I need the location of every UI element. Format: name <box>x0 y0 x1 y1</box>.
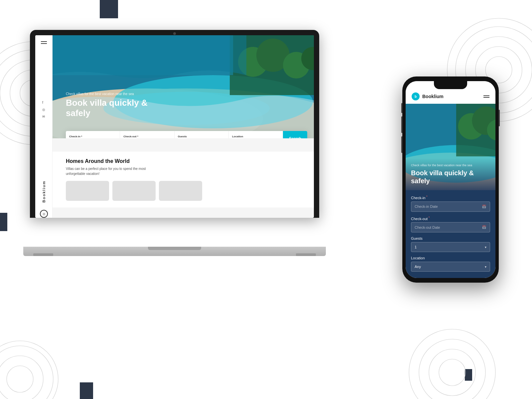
sidebar-hamburger-icon[interactable] <box>41 41 47 44</box>
facebook-icon[interactable]: f <box>42 101 45 104</box>
checkin-field: Check-in * Check-in Date 📅 <box>66 131 120 138</box>
location-field: Location Any ▾ <box>229 131 283 138</box>
deco-square-2 <box>0 213 7 231</box>
hero-text-area: Check villas for the best vacation near … <box>66 92 166 118</box>
phone-location-value: Any <box>415 265 421 269</box>
laptop-camera <box>173 32 176 35</box>
laptop-foot-right <box>296 253 316 256</box>
card-row <box>66 181 301 201</box>
phone-location-select[interactable]: Any ▾ <box>411 262 490 272</box>
phone-checkout-group: Check-out * Check-out Date 📅 <box>411 216 490 233</box>
calendar-icon-phone: 📅 <box>482 204 486 209</box>
laptop-screen-outer: f ◎ ✉ Booklium ⊙ <box>30 30 319 218</box>
sidebar-brand: Booklium <box>42 181 46 202</box>
phone-checkin-input[interactable]: Check-in Date 📅 <box>411 201 490 212</box>
phone-guests-label: Guests <box>411 236 490 240</box>
phone-guests-select[interactable]: 1 ▾ <box>411 242 490 252</box>
svg-point-13 <box>409 329 495 399</box>
phone-hamburger-icon[interactable] <box>483 95 489 98</box>
phone-vol-down-button <box>401 136 403 153</box>
laptop-hero-section: Check villas for the best vacation near … <box>53 35 314 138</box>
phone-checkout-input[interactable]: Check-out Date 📅 <box>411 222 490 232</box>
phone-guests-group: Guests 1 ▾ <box>411 236 490 252</box>
mini-card-1 <box>66 181 109 201</box>
deco-circles-left-bottom <box>0 339 60 399</box>
svg-point-12 <box>419 339 485 399</box>
phone-hero-subtitle: Check villas for the best vacation near … <box>411 164 490 167</box>
svg-point-14 <box>7 366 33 392</box>
laptop-device: f ◎ ✉ Booklium ⊙ <box>30 30 329 256</box>
phone-checkin-label: Check-in * <box>411 195 490 200</box>
phone-outer: b Booklium <box>402 76 499 283</box>
deco-circles-right-bottom <box>406 326 499 399</box>
mini-card-2 <box>112 181 156 201</box>
svg-point-17 <box>0 341 58 399</box>
phone-logo-icon: b <box>412 92 420 100</box>
phone-logo-text: Booklium <box>422 94 444 99</box>
phone-checkin-placeholder: Check-in Date <box>415 204 438 208</box>
chevron-down-icon-phone-2: ▾ <box>485 265 486 269</box>
phone-checkin-group: Check-in * Check-in Date 📅 <box>411 195 490 212</box>
laptop-screen-inner: f ◎ ✉ Booklium ⊙ <box>35 35 314 218</box>
laptop-hinge <box>148 247 201 250</box>
section-subtitle: Villas can be a perfect place for you to… <box>66 166 159 176</box>
deco-square-5 <box>465 369 472 381</box>
svg-point-11 <box>429 349 475 396</box>
checkout-field: Check-out * Check-out Date 📅 <box>120 131 174 138</box>
laptop-sidebar: f ◎ ✉ Booklium ⊙ <box>35 35 53 218</box>
phone-form-area: Check-in * Check-in Date 📅 Check-out * C… <box>406 190 495 278</box>
phone-power-button <box>498 110 500 126</box>
guests-field: Guests 1 ▾ <box>175 131 229 138</box>
calendar-icon-phone-2: 📅 <box>482 225 486 229</box>
guests-label: Guests <box>178 135 225 138</box>
svg-point-10 <box>439 359 466 386</box>
chevron-down-icon-phone: ▾ <box>485 245 486 249</box>
hero-bg-illustration <box>53 35 314 138</box>
svg-point-16 <box>0 346 53 399</box>
phone-vol-up-button <box>401 116 403 133</box>
phone-hero-title: Book villa quickly & safely <box>411 169 490 185</box>
sidebar-globe-icon[interactable]: ⊙ <box>40 210 48 218</box>
phone-checkout-placeholder: Check-out Date <box>415 225 440 229</box>
mini-card-3 <box>159 181 202 201</box>
location-label: Location <box>232 135 279 138</box>
section-title: Homes Around the World <box>66 158 301 164</box>
phone-device: b Booklium <box>402 76 499 283</box>
phone-checkout-label: Check-out * <box>411 216 490 221</box>
svg-point-15 <box>0 356 43 399</box>
laptop-main-area: Check villas for the best vacation near … <box>53 35 314 218</box>
phone-screen: b Booklium <box>406 81 495 278</box>
hero-background <box>53 35 314 138</box>
instagram-icon[interactable]: ◎ <box>42 108 45 111</box>
phone-notch <box>434 81 467 89</box>
phone-location-label: Location <box>411 256 490 260</box>
search-button[interactable]: Search <box>283 131 307 138</box>
deco-square-1 <box>100 0 118 18</box>
laptop-bottom-section: Homes Around the World Villas can be a p… <box>53 152 314 207</box>
hero-subtitle: Check villas for the best vacation near … <box>66 92 166 96</box>
sidebar-social-icons: f ◎ ✉ <box>42 101 45 118</box>
laptop-foot-left <box>33 253 53 256</box>
phone-mute-button <box>401 103 403 113</box>
phone-location-group: Location Any ▾ <box>411 256 490 272</box>
hero-title: Book villa quickly & safely <box>66 98 166 118</box>
checkin-label: Check-in * <box>69 135 116 138</box>
phone-logo-area: b Booklium <box>412 92 444 100</box>
laptop-base <box>23 247 326 256</box>
email-icon[interactable]: ✉ <box>42 115 45 118</box>
phone-hero-section: Check villas for the best vacation near … <box>406 104 495 190</box>
checkout-label: Check-out * <box>123 135 171 138</box>
phone-guests-value: 1 <box>415 245 417 249</box>
phone-hero-overlay: Check villas for the best vacation near … <box>406 158 495 190</box>
deco-square-4 <box>80 382 93 399</box>
search-bar: Check-in * Check-in Date 📅 Check-out * C… <box>66 131 307 138</box>
